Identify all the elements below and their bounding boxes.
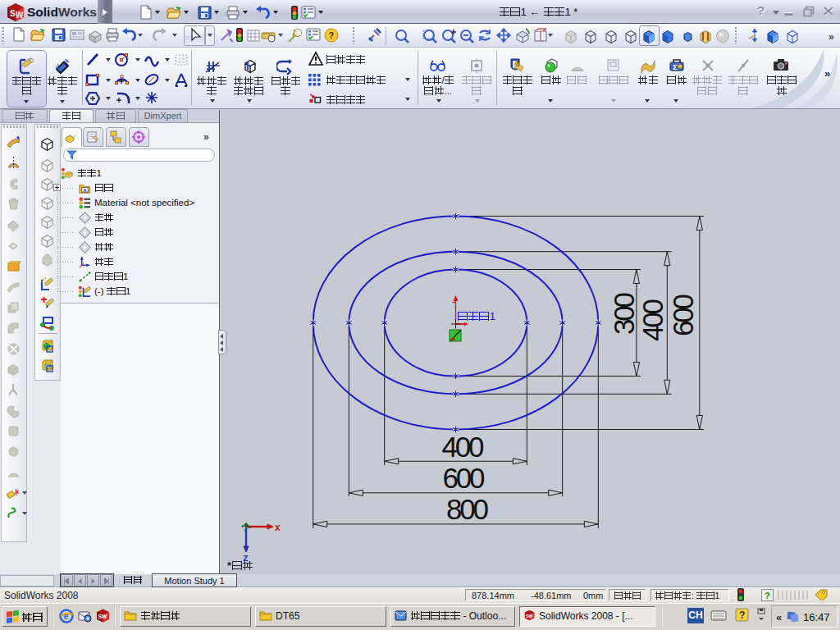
svg-text:400: 400 bbox=[637, 299, 669, 341]
svg-text:?: ? bbox=[765, 591, 770, 600]
svg-text:600: 600 bbox=[443, 462, 486, 494]
svg-text:W: W bbox=[16, 11, 24, 20]
svg-text:SW: SW bbox=[98, 614, 107, 619]
svg-text:e: e bbox=[64, 611, 69, 621]
svg-text:Σ: Σ bbox=[673, 62, 678, 71]
svg-text:X: X bbox=[275, 523, 281, 533]
svg-text:S: S bbox=[10, 9, 16, 18]
svg-text:400: 400 bbox=[442, 431, 485, 463]
svg-text:300: 300 bbox=[608, 292, 640, 335]
svg-text:600: 600 bbox=[667, 294, 699, 336]
svg-text:A: A bbox=[83, 187, 87, 193]
svg-text:800: 800 bbox=[446, 493, 489, 525]
svg-text:?: ? bbox=[329, 30, 335, 40]
svg-text:SW: SW bbox=[526, 614, 532, 619]
svg-text:?: ? bbox=[739, 609, 745, 621]
